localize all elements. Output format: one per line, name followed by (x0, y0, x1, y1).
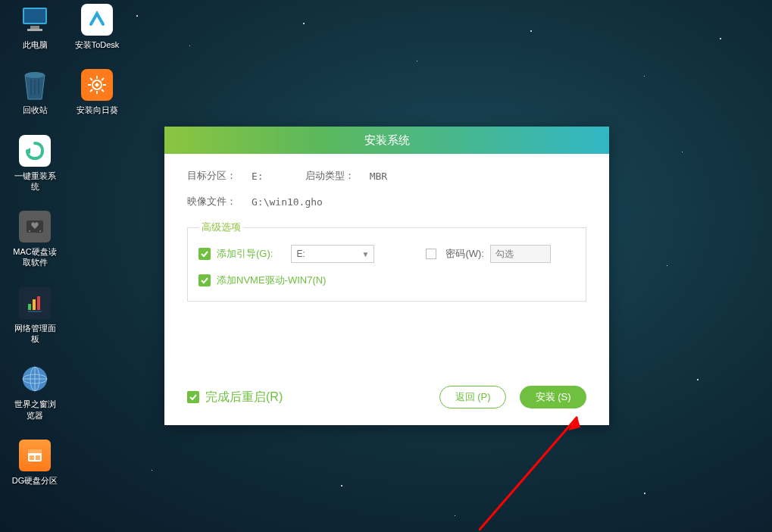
install-button[interactable]: 安装 (S) (520, 386, 586, 408)
desktop-icon-mac-disk[interactable]: MAC硬盘读取软件 (11, 211, 58, 268)
svg-point-17 (29, 230, 30, 232)
image-file-value: G:\win10.gho (252, 196, 323, 208)
svg-rect-21 (37, 296, 40, 310)
desktop-icon-this-pc[interactable]: 此电脑 (11, 4, 58, 50)
svg-rect-29 (28, 449, 42, 453)
desktop-icon-diskgenius[interactable]: DG硬盘分区 (11, 440, 58, 486)
desktop-icon-reinstall[interactable]: 一键重装系统 (11, 135, 58, 192)
advanced-options-fieldset: 高级选项 添加引导(G): E: ▼ 密码(W): 添加NVME驱动-WIN7(… (187, 221, 586, 302)
svg-line-11 (102, 89, 104, 92)
desktop-icon-browser[interactable]: 世界之窗浏览器 (11, 363, 58, 421)
monitor-icon (19, 4, 51, 36)
desktop-icon-todesk[interactable]: 安装ToDesk (73, 4, 120, 50)
nvme-checkbox[interactable] (198, 274, 211, 286)
image-file-label: 映像文件： (187, 195, 252, 208)
desktop-icon-label: MAC硬盘读取软件 (11, 246, 58, 268)
chevron-down-icon: ▼ (361, 250, 369, 258)
target-partition-label: 目标分区： (187, 169, 252, 183)
desktop-icon-network-panel[interactable]: 网络管理面板 (11, 287, 58, 345)
dialog-title: 安装系统 (164, 127, 609, 154)
desktop-icon-label: 网络管理面板 (11, 323, 58, 345)
svg-point-18 (39, 230, 41, 232)
desktop-icon-label: 安装ToDesk (75, 39, 120, 50)
check-icon (189, 393, 198, 402)
svg-rect-3 (27, 29, 42, 31)
svg-point-4 (25, 72, 45, 78)
desktop-icon-label: 回收站 (23, 105, 48, 115)
svg-rect-19 (28, 304, 31, 310)
back-button[interactable]: 返回 (P) (439, 386, 506, 408)
add-boot-dropdown[interactable]: E: ▼ (291, 245, 374, 263)
target-partition-value: E: (252, 171, 264, 182)
svg-rect-20 (33, 299, 36, 310)
check-icon (200, 276, 209, 285)
globe-icon (19, 363, 51, 395)
desktop-icon-label: 世界之窗浏览器 (11, 399, 58, 421)
add-boot-dropdown-value: E: (296, 249, 305, 259)
svg-rect-31 (36, 455, 40, 460)
nvme-label: 添加NVME驱动-WIN7(N) (217, 274, 326, 287)
recycle-bin-icon (19, 69, 51, 101)
svg-rect-2 (30, 26, 39, 29)
diskgenius-icon (19, 440, 51, 471)
sunflower-icon (81, 69, 113, 101)
desktop-icon-label: DG硬盘分区 (12, 475, 58, 486)
boot-type-value: MBR (370, 171, 387, 182)
desktop-icon-label: 安装向日葵 (77, 105, 118, 115)
advanced-options-legend: 高级选项 (198, 221, 244, 234)
password-label: 密码(W): (445, 247, 484, 261)
svg-line-32 (479, 417, 577, 530)
install-dialog: 安装系统 目标分区： E: 启动类型： MBR 映像文件： G:\win10.g… (164, 127, 609, 425)
desktop-icon-sunflower[interactable]: 安装向日葵 (73, 69, 120, 115)
svg-marker-14 (95, 83, 99, 87)
restart-checkbox[interactable] (187, 391, 199, 403)
restart-label: 完成后重启(R) (205, 390, 283, 405)
svg-line-12 (90, 89, 92, 92)
svg-rect-1 (24, 9, 45, 23)
reinstall-icon (19, 135, 51, 167)
add-boot-label: 添加引导(G): (217, 247, 273, 261)
add-boot-checkbox[interactable] (198, 248, 211, 260)
annotation-arrow (479, 409, 608, 530)
check-icon (200, 249, 209, 258)
network-panel-icon (19, 287, 51, 319)
password-checkbox[interactable] (426, 249, 436, 259)
svg-rect-30 (30, 455, 34, 460)
svg-rect-22 (28, 311, 42, 312)
boot-type-label: 启动类型： (305, 169, 370, 183)
desktop-icon-recycle[interactable]: 回收站 (11, 69, 58, 115)
desktop-icon-label: 一键重装系统 (11, 171, 58, 192)
svg-line-13 (102, 78, 104, 80)
mac-disk-icon (19, 211, 51, 243)
desktop-icon-label: 此电脑 (23, 39, 48, 50)
password-input[interactable] (490, 245, 551, 263)
todesk-icon (81, 4, 113, 36)
svg-line-10 (90, 78, 92, 80)
